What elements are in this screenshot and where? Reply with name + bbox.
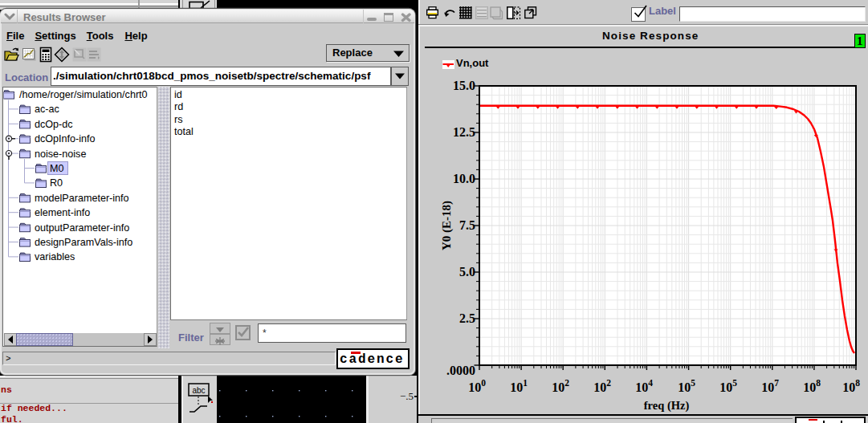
svg-text:M0: M0 [50, 163, 64, 174]
svg-text:15.0: 15.0 [453, 79, 475, 92]
svg-text:/home/roger/simulation/chrt0: /home/roger/simulation/chrt0 [19, 89, 148, 100]
svg-text:5.0: 5.0 [459, 265, 475, 279]
svg-text:101: 101 [510, 378, 528, 394]
svg-text:2.5: 2.5 [459, 311, 475, 325]
svg-text:10.0: 10.0 [453, 172, 475, 185]
svg-text:100: 100 [468, 378, 486, 394]
svg-text:107: 107 [761, 378, 779, 394]
svg-text:outputParameter-info: outputParameter-info [35, 222, 129, 234]
svg-text:104: 104 [635, 378, 653, 394]
svg-text:12.5: 12.5 [453, 125, 475, 139]
svg-text:noise-noise: noise-noise [35, 148, 86, 160]
svg-text:7.5: 7.5 [459, 218, 475, 232]
svg-text:102: 102 [593, 378, 611, 394]
svg-text:105: 105 [678, 378, 695, 394]
svg-text:dcOp-dc: dcOp-dc [35, 119, 73, 130]
svg-text:variables: variables [35, 251, 75, 262]
svg-text:designParamVals-info: designParamVals-info [35, 237, 132, 248]
svg-text:modelParameter-info: modelParameter-info [35, 193, 129, 204]
svg-text:element-info: element-info [35, 207, 90, 218]
svg-text:102: 102 [552, 378, 569, 394]
svg-text:freq (Hz): freq (Hz) [644, 399, 690, 413]
svg-text:Y0 (E‑18): Y0 (E‑18) [440, 201, 454, 250]
svg-text:R0: R0 [50, 177, 63, 189]
svg-text:108: 108 [803, 378, 821, 394]
svg-text:ac-ac: ac-ac [35, 104, 59, 115]
svg-text:108: 108 [842, 378, 860, 394]
svg-text:105: 105 [719, 378, 737, 394]
svg-text:.0000: .0000 [446, 364, 475, 377]
svg-text:dcOpInfo-info: dcOpInfo-info [35, 133, 96, 144]
